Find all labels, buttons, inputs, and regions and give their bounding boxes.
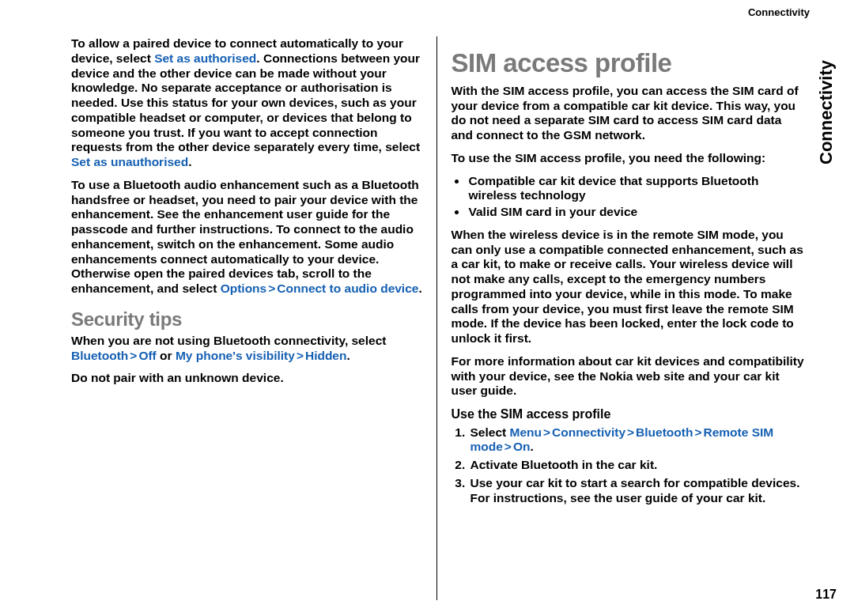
text: . [530,440,533,453]
right-para-2: To use the SIM access profile, you need … [452,151,806,166]
right-para-1: With the SIM access profile, you can acc… [452,84,806,143]
side-tab-label: Connectivity [813,22,840,164]
left-para-1: To allow a paired device to connect auto… [71,36,425,170]
text: Select [470,425,510,439]
chevron-icon: > [693,425,703,439]
chevron-icon: > [266,282,277,295]
text: or [157,349,176,362]
left-para-2: To use a Bluetooth audio enhancement suc… [71,178,425,297]
page-number: 117 [815,588,837,602]
left-column: To allow a paired device to connect auto… [71,36,436,600]
text: . [418,282,421,295]
heading-use-sim-profile: Use the SIM access profile [452,406,806,421]
heading-security-tips: Security tips [71,308,425,331]
left-para-3: When you are not using Bluetooth connect… [71,334,425,364]
keyword-bluetooth-step: Bluetooth [636,425,693,439]
text: . Connections between your device and th… [71,51,420,154]
text: . [188,155,191,168]
list-item: Activate Bluetooth in the car kit. [469,458,806,473]
keyword-visibility: My phone's visibility [176,349,295,362]
chevron-icon: > [542,425,552,439]
right-column: SIM access profile With the SIM access p… [436,36,806,600]
keyword-on: On [513,440,531,453]
chevron-icon: > [295,349,305,362]
left-para-4: Do not pair with an unknown device. [71,371,425,386]
keyword-connectivity: Connectivity [552,425,625,439]
list-item: Compatible car kit device that supports … [467,174,806,204]
chevron-icon: > [625,425,636,439]
header-section-label: Connectivity [748,6,810,18]
list-item: Select Menu>Connectivity>Bluetooth>Remot… [469,425,806,455]
keyword-connect-audio: Connect to audio device [277,282,418,295]
keyword-set-as-unauthorised: Set as unauthorised [71,155,188,168]
keyword-hidden: Hidden [305,349,347,362]
text: When you are not using Bluetooth connect… [71,334,386,347]
keyword-options: Options [221,282,267,295]
list-item: Use your car kit to start a search for c… [469,476,806,506]
heading-sim-access-profile: SIM access profile [452,47,806,79]
keyword-set-as-authorised: Set as authorised [154,51,256,65]
requirements-list: Compatible car kit device that supports … [452,174,806,220]
right-para-4: For more information about car kit devic… [452,354,806,399]
text: . [346,349,350,362]
page: Connectivity Connectivity 117 To allow a… [0,0,854,616]
text: To use a Bluetooth audio enhancement suc… [71,178,419,295]
keyword-menu: Menu [509,425,541,439]
steps-list: Select Menu>Connectivity>Bluetooth>Remot… [452,425,806,506]
list-item: Valid SIM card in your device [467,205,806,220]
chevron-icon: > [503,440,513,453]
right-para-3: When the wireless device is in the remot… [452,228,806,346]
keyword-off: Off [138,349,156,362]
chevron-icon: > [128,349,138,362]
keyword-bluetooth: Bluetooth [71,349,128,362]
content-columns: To allow a paired device to connect auto… [71,36,805,600]
